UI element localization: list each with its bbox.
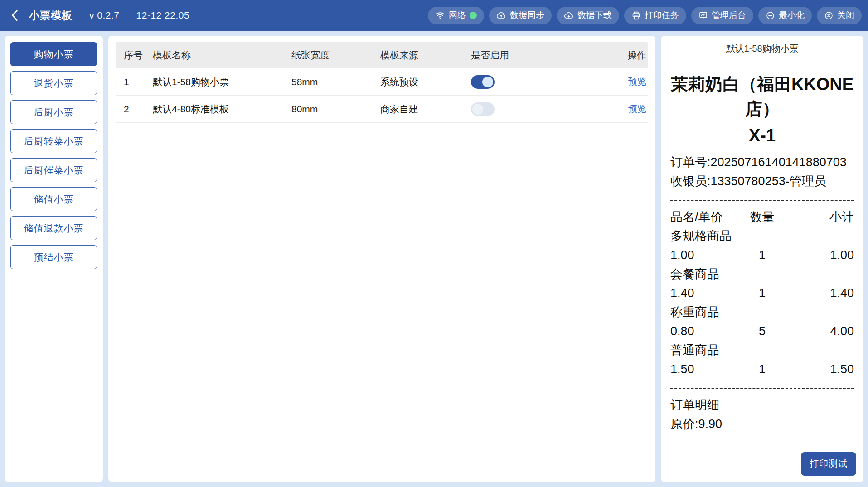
- receipt-preview-panel: 默认1-58购物小票 茉莉奶白（福田KKONE店） X-1 订单号:202507…: [661, 36, 863, 482]
- sidebar-item-kitchen-transfer-receipt[interactable]: 后厨转菜小票: [10, 129, 97, 153]
- data-download-label: 数据下载: [577, 10, 612, 21]
- datetime: 12-12 22:05: [136, 10, 190, 21]
- col-header-source: 模板来源: [372, 49, 463, 62]
- template-source: 商家自建: [372, 103, 463, 116]
- template-table-panel: 序号 模板名称 纸张宽度 模板来源 是否启用 操作 1 默认1-58购物小票 5…: [108, 36, 655, 482]
- receipt-store-name: 茉莉奶白（福田KKONE店）: [670, 72, 854, 122]
- col-header-index: 序号: [116, 49, 145, 62]
- col-header-paper-width: 纸张宽度: [283, 49, 372, 62]
- receipt-cashier: 收银员:13350780253-管理员: [670, 172, 854, 191]
- receipt-body: 茉莉奶白（福田KKONE店） X-1 订单号:20250716140141880…: [661, 62, 863, 445]
- cloud-download-icon: [564, 11, 574, 20]
- receipt-item: 套餐商品 1.40 1 1.40: [670, 265, 854, 303]
- receipt-terminal: X-1: [670, 122, 854, 149]
- preview-link[interactable]: 预览: [628, 77, 646, 87]
- network-status-dot: [470, 12, 477, 19]
- sidebar-item-pre-settlement-receipt[interactable]: 预结小票: [10, 245, 97, 269]
- admin-backend-button[interactable]: 管理后台: [691, 7, 753, 24]
- receipt-item-subtotal: 1.40: [781, 284, 854, 303]
- receipt-item-name: 套餐商品: [670, 265, 854, 284]
- receipt-col-subtotal: 小计: [781, 207, 854, 227]
- receipt-detail-label: 订单明细: [670, 395, 854, 415]
- paper-width: 80mm: [283, 104, 372, 115]
- minus-circle-icon: [766, 11, 775, 20]
- receipt-item: 普通商品 1.50 1 1.50: [670, 341, 854, 379]
- sidebar-item-stored-value-refund-receipt[interactable]: 储值退款小票: [10, 216, 97, 240]
- network-label: 网络: [449, 10, 466, 21]
- close-circle-icon: [824, 11, 834, 20]
- receipt-item-qty: 5: [744, 322, 781, 341]
- receipt-item-subtotal: 1.00: [781, 246, 854, 265]
- row-index: 1: [116, 77, 145, 87]
- sidebar-item-return-receipt[interactable]: 退货小票: [10, 71, 97, 95]
- table-row: 2 默认4-80标准模板 80mm 商家自建 预览: [116, 96, 648, 123]
- col-header-action: 操作: [607, 49, 648, 62]
- col-header-enabled: 是否启用: [463, 49, 607, 62]
- receipt-col-qty: 数量: [744, 207, 781, 227]
- close-label: 关闭: [837, 10, 854, 21]
- sidebar-item-label: 储值退款小票: [24, 222, 84, 235]
- dashed-divider: [670, 200, 854, 201]
- sidebar-item-label: 后厨小票: [34, 106, 74, 119]
- divider: [128, 10, 128, 21]
- receipt-item-subtotal: 1.50: [781, 360, 854, 379]
- print-tasks-button[interactable]: 打印任务: [624, 7, 686, 24]
- admin-backend-label: 管理后台: [712, 10, 746, 21]
- receipt-item-qty: 1: [744, 284, 781, 303]
- receipt-item: 多规格商品 1.00 1 1.00: [670, 227, 854, 265]
- enable-toggle[interactable]: [471, 102, 495, 116]
- print-tasks-label: 打印任务: [645, 10, 679, 21]
- receipt-original-price: 原价:9.90: [670, 415, 854, 434]
- back-button[interactable]: [9, 9, 21, 22]
- data-sync-button[interactable]: 数据同步: [489, 7, 552, 24]
- sidebar-item-label: 预结小票: [34, 251, 74, 264]
- paper-width: 58mm: [283, 77, 372, 87]
- data-sync-label: 数据同步: [510, 10, 544, 21]
- template-source: 系统预设: [372, 76, 463, 88]
- sidebar-item-shopping-receipt[interactable]: 购物小票: [10, 42, 97, 66]
- receipt-item-subtotal: 4.00: [781, 322, 854, 341]
- data-download-button[interactable]: 数据下载: [557, 7, 619, 24]
- receipt-columns: 品名/单价 数量 小计: [670, 207, 854, 227]
- sidebar-item-label: 储值小票: [34, 193, 74, 206]
- preview-link[interactable]: 预览: [628, 104, 646, 114]
- template-name: 默认4-80标准模板: [145, 103, 283, 116]
- sidebar: 购物小票 退货小票 后厨小票 后厨转菜小票 后厨催菜小票 储值小票 储值退款小票…: [5, 36, 103, 482]
- receipt-item-qty: 1: [744, 360, 781, 379]
- receipt-item-price: 0.80: [670, 322, 744, 341]
- sidebar-item-stored-value-receipt[interactable]: 储值小票: [10, 187, 97, 211]
- topbar: 小票模板 v 0.2.7 12-12 22:05 网络 数据同步: [0, 0, 868, 31]
- receipt-item-name: 多规格商品: [670, 227, 854, 246]
- sidebar-item-label: 退货小票: [34, 77, 74, 90]
- receipt-order-no: 订单号:20250716140141880703: [670, 153, 854, 172]
- preview-footer: 打印测试: [661, 445, 863, 482]
- receipt-item-price: 1.50: [670, 360, 744, 379]
- enable-toggle[interactable]: [471, 75, 495, 89]
- table-header: 序号 模板名称 纸张宽度 模板来源 是否启用 操作: [116, 42, 648, 68]
- divider: [81, 10, 81, 21]
- monitor-icon: [698, 11, 708, 20]
- col-header-name: 模板名称: [145, 49, 283, 62]
- receipt-item-price: 1.00: [670, 246, 744, 265]
- minimize-button[interactable]: 最小化: [758, 7, 812, 24]
- row-index: 2: [116, 104, 145, 115]
- sidebar-item-label: 后厨转菜小票: [24, 135, 84, 148]
- cloud-sync-icon: [496, 11, 506, 20]
- sidebar-item-label: 后厨催菜小票: [24, 164, 84, 177]
- receipt-item-name: 普通商品: [670, 341, 854, 360]
- toggle-knob: [472, 104, 483, 115]
- receipt-item-price: 1.40: [670, 284, 744, 303]
- toggle-knob: [482, 77, 493, 87]
- close-button[interactable]: 关闭: [817, 7, 862, 24]
- table-row: 1 默认1-58购物小票 58mm 系统预设 预览: [116, 68, 648, 96]
- print-test-button[interactable]: 打印测试: [801, 452, 856, 476]
- network-button[interactable]: 网络: [428, 7, 484, 24]
- sidebar-item-kitchen-rush-receipt[interactable]: 后厨催菜小票: [10, 158, 97, 182]
- app-version: v 0.2.7: [89, 10, 120, 21]
- wifi-icon: [435, 11, 445, 20]
- receipt-col-name: 品名/单价: [670, 207, 744, 227]
- page-title: 小票模板: [29, 9, 73, 23]
- preview-title: 默认1-58购物小票: [661, 36, 863, 62]
- sidebar-item-kitchen-receipt[interactable]: 后厨小票: [10, 100, 97, 124]
- content-area: 购物小票 退货小票 后厨小票 后厨转菜小票 后厨催菜小票 储值小票 储值退款小票…: [0, 31, 868, 487]
